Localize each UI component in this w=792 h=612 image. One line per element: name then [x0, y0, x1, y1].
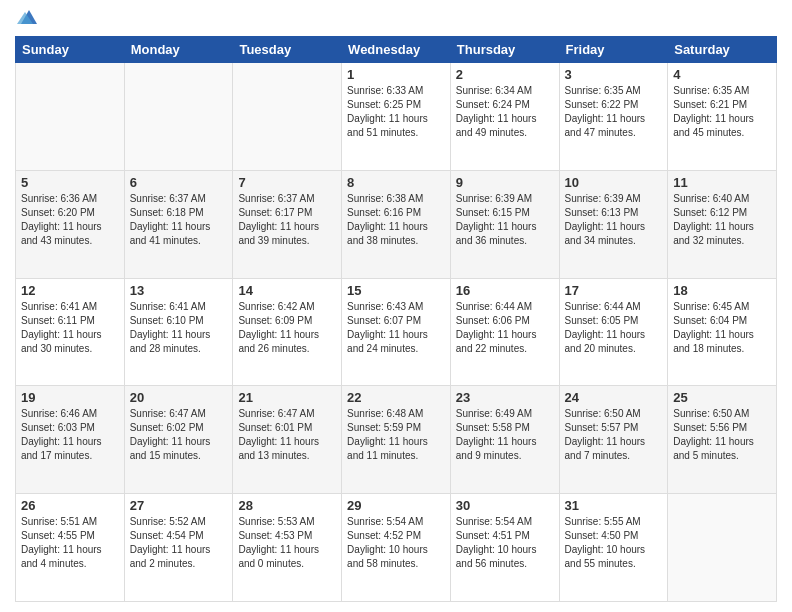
calendar-cell: 6Sunrise: 6:37 AM Sunset: 6:18 PM Daylig… — [124, 170, 233, 278]
page: SundayMondayTuesdayWednesdayThursdayFrid… — [0, 0, 792, 612]
day-number: 24 — [565, 390, 663, 405]
calendar-cell — [233, 63, 342, 171]
day-number: 1 — [347, 67, 445, 82]
day-number: 16 — [456, 283, 554, 298]
day-info: Sunrise: 5:51 AM Sunset: 4:55 PM Dayligh… — [21, 515, 119, 571]
calendar-cell: 5Sunrise: 6:36 AM Sunset: 6:20 PM Daylig… — [16, 170, 125, 278]
day-number: 31 — [565, 498, 663, 513]
calendar-cell: 29Sunrise: 5:54 AM Sunset: 4:52 PM Dayli… — [342, 494, 451, 602]
week-row-1: 1Sunrise: 6:33 AM Sunset: 6:25 PM Daylig… — [16, 63, 777, 171]
calendar-cell: 3Sunrise: 6:35 AM Sunset: 6:22 PM Daylig… — [559, 63, 668, 171]
calendar-cell: 25Sunrise: 6:50 AM Sunset: 5:56 PM Dayli… — [668, 386, 777, 494]
day-number: 6 — [130, 175, 228, 190]
day-info: Sunrise: 6:33 AM Sunset: 6:25 PM Dayligh… — [347, 84, 445, 140]
day-number: 23 — [456, 390, 554, 405]
calendar-cell: 21Sunrise: 6:47 AM Sunset: 6:01 PM Dayli… — [233, 386, 342, 494]
day-number: 20 — [130, 390, 228, 405]
day-header-friday: Friday — [559, 37, 668, 63]
header — [15, 10, 777, 28]
day-info: Sunrise: 6:45 AM Sunset: 6:04 PM Dayligh… — [673, 300, 771, 356]
day-number: 29 — [347, 498, 445, 513]
logo — [15, 14, 39, 28]
calendar-cell: 31Sunrise: 5:55 AM Sunset: 4:50 PM Dayli… — [559, 494, 668, 602]
calendar-cell: 11Sunrise: 6:40 AM Sunset: 6:12 PM Dayli… — [668, 170, 777, 278]
calendar-cell — [124, 63, 233, 171]
day-info: Sunrise: 6:40 AM Sunset: 6:12 PM Dayligh… — [673, 192, 771, 248]
day-info: Sunrise: 6:50 AM Sunset: 5:56 PM Dayligh… — [673, 407, 771, 463]
calendar-cell: 4Sunrise: 6:35 AM Sunset: 6:21 PM Daylig… — [668, 63, 777, 171]
day-info: Sunrise: 6:49 AM Sunset: 5:58 PM Dayligh… — [456, 407, 554, 463]
day-number: 13 — [130, 283, 228, 298]
calendar-cell: 14Sunrise: 6:42 AM Sunset: 6:09 PM Dayli… — [233, 278, 342, 386]
day-info: Sunrise: 6:39 AM Sunset: 6:15 PM Dayligh… — [456, 192, 554, 248]
week-row-4: 19Sunrise: 6:46 AM Sunset: 6:03 PM Dayli… — [16, 386, 777, 494]
day-info: Sunrise: 6:36 AM Sunset: 6:20 PM Dayligh… — [21, 192, 119, 248]
day-number: 12 — [21, 283, 119, 298]
day-info: Sunrise: 6:42 AM Sunset: 6:09 PM Dayligh… — [238, 300, 336, 356]
day-info: Sunrise: 6:46 AM Sunset: 6:03 PM Dayligh… — [21, 407, 119, 463]
day-info: Sunrise: 6:44 AM Sunset: 6:06 PM Dayligh… — [456, 300, 554, 356]
day-number: 14 — [238, 283, 336, 298]
day-info: Sunrise: 6:37 AM Sunset: 6:17 PM Dayligh… — [238, 192, 336, 248]
calendar-cell: 10Sunrise: 6:39 AM Sunset: 6:13 PM Dayli… — [559, 170, 668, 278]
day-header-tuesday: Tuesday — [233, 37, 342, 63]
day-number: 4 — [673, 67, 771, 82]
day-info: Sunrise: 6:41 AM Sunset: 6:11 PM Dayligh… — [21, 300, 119, 356]
day-info: Sunrise: 5:55 AM Sunset: 4:50 PM Dayligh… — [565, 515, 663, 571]
day-info: Sunrise: 6:44 AM Sunset: 6:05 PM Dayligh… — [565, 300, 663, 356]
calendar-cell: 9Sunrise: 6:39 AM Sunset: 6:15 PM Daylig… — [450, 170, 559, 278]
calendar-cell: 17Sunrise: 6:44 AM Sunset: 6:05 PM Dayli… — [559, 278, 668, 386]
day-info: Sunrise: 6:47 AM Sunset: 6:02 PM Dayligh… — [130, 407, 228, 463]
calendar-cell: 24Sunrise: 6:50 AM Sunset: 5:57 PM Dayli… — [559, 386, 668, 494]
calendar-cell: 20Sunrise: 6:47 AM Sunset: 6:02 PM Dayli… — [124, 386, 233, 494]
day-info: Sunrise: 5:54 AM Sunset: 4:51 PM Dayligh… — [456, 515, 554, 571]
day-header-wednesday: Wednesday — [342, 37, 451, 63]
day-number: 8 — [347, 175, 445, 190]
calendar-cell: 28Sunrise: 5:53 AM Sunset: 4:53 PM Dayli… — [233, 494, 342, 602]
calendar-cell: 8Sunrise: 6:38 AM Sunset: 6:16 PM Daylig… — [342, 170, 451, 278]
day-info: Sunrise: 6:47 AM Sunset: 6:01 PM Dayligh… — [238, 407, 336, 463]
day-number: 3 — [565, 67, 663, 82]
day-info: Sunrise: 5:52 AM Sunset: 4:54 PM Dayligh… — [130, 515, 228, 571]
header-row: SundayMondayTuesdayWednesdayThursdayFrid… — [16, 37, 777, 63]
week-row-2: 5Sunrise: 6:36 AM Sunset: 6:20 PM Daylig… — [16, 170, 777, 278]
day-header-thursday: Thursday — [450, 37, 559, 63]
day-header-sunday: Sunday — [16, 37, 125, 63]
calendar-cell: 22Sunrise: 6:48 AM Sunset: 5:59 PM Dayli… — [342, 386, 451, 494]
day-number: 25 — [673, 390, 771, 405]
calendar-table: SundayMondayTuesdayWednesdayThursdayFrid… — [15, 36, 777, 602]
day-number: 26 — [21, 498, 119, 513]
week-row-5: 26Sunrise: 5:51 AM Sunset: 4:55 PM Dayli… — [16, 494, 777, 602]
day-number: 21 — [238, 390, 336, 405]
day-info: Sunrise: 6:39 AM Sunset: 6:13 PM Dayligh… — [565, 192, 663, 248]
day-number: 2 — [456, 67, 554, 82]
calendar-cell: 26Sunrise: 5:51 AM Sunset: 4:55 PM Dayli… — [16, 494, 125, 602]
calendar-cell — [668, 494, 777, 602]
day-info: Sunrise: 6:48 AM Sunset: 5:59 PM Dayligh… — [347, 407, 445, 463]
day-number: 15 — [347, 283, 445, 298]
day-number: 18 — [673, 283, 771, 298]
day-number: 27 — [130, 498, 228, 513]
day-number: 10 — [565, 175, 663, 190]
calendar-cell: 15Sunrise: 6:43 AM Sunset: 6:07 PM Dayli… — [342, 278, 451, 386]
week-row-3: 12Sunrise: 6:41 AM Sunset: 6:11 PM Dayli… — [16, 278, 777, 386]
day-header-saturday: Saturday — [668, 37, 777, 63]
day-number: 7 — [238, 175, 336, 190]
calendar-cell: 23Sunrise: 6:49 AM Sunset: 5:58 PM Dayli… — [450, 386, 559, 494]
calendar-cell: 2Sunrise: 6:34 AM Sunset: 6:24 PM Daylig… — [450, 63, 559, 171]
day-info: Sunrise: 6:37 AM Sunset: 6:18 PM Dayligh… — [130, 192, 228, 248]
day-number: 17 — [565, 283, 663, 298]
calendar-cell: 30Sunrise: 5:54 AM Sunset: 4:51 PM Dayli… — [450, 494, 559, 602]
calendar-cell: 16Sunrise: 6:44 AM Sunset: 6:06 PM Dayli… — [450, 278, 559, 386]
day-info: Sunrise: 5:54 AM Sunset: 4:52 PM Dayligh… — [347, 515, 445, 571]
calendar-cell: 27Sunrise: 5:52 AM Sunset: 4:54 PM Dayli… — [124, 494, 233, 602]
day-info: Sunrise: 6:35 AM Sunset: 6:21 PM Dayligh… — [673, 84, 771, 140]
day-number: 22 — [347, 390, 445, 405]
day-info: Sunrise: 6:43 AM Sunset: 6:07 PM Dayligh… — [347, 300, 445, 356]
calendar-cell: 12Sunrise: 6:41 AM Sunset: 6:11 PM Dayli… — [16, 278, 125, 386]
day-info: Sunrise: 6:35 AM Sunset: 6:22 PM Dayligh… — [565, 84, 663, 140]
day-number: 28 — [238, 498, 336, 513]
day-info: Sunrise: 6:34 AM Sunset: 6:24 PM Dayligh… — [456, 84, 554, 140]
calendar-cell: 18Sunrise: 6:45 AM Sunset: 6:04 PM Dayli… — [668, 278, 777, 386]
day-info: Sunrise: 6:50 AM Sunset: 5:57 PM Dayligh… — [565, 407, 663, 463]
